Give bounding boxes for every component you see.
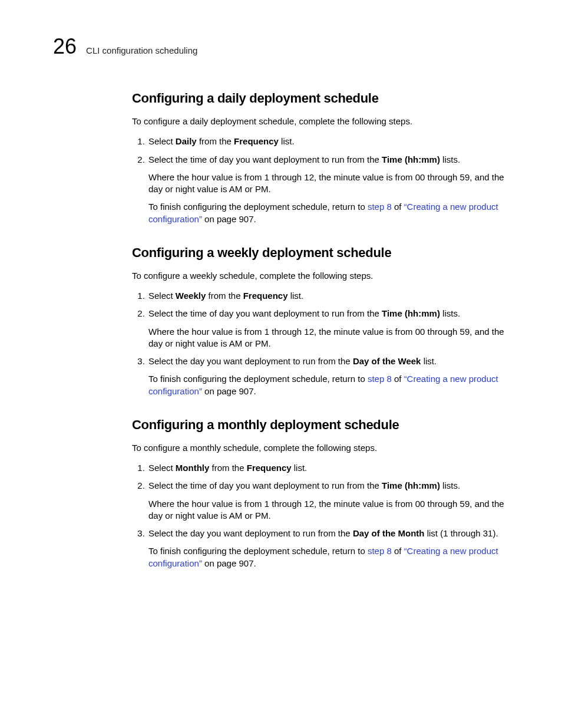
step-item: Select Monthly from the Frequency list. bbox=[147, 462, 509, 474]
step-bold: Frequency bbox=[247, 463, 292, 473]
step-text: from the bbox=[197, 136, 234, 146]
substep-pre: To finish configuring the deployment sch… bbox=[148, 202, 368, 212]
step-text: lists. bbox=[440, 480, 460, 490]
step-text: Select bbox=[148, 136, 176, 146]
step-bold: Weekly bbox=[176, 291, 206, 301]
substep-post: on page 907. bbox=[202, 386, 256, 396]
step-text: Select the time of day you want deployme… bbox=[148, 480, 382, 490]
step-text: list (1 through 31). bbox=[425, 528, 498, 538]
step-item: Select Weekly from the Frequency list. bbox=[147, 290, 509, 302]
header-title: CLI configuration scheduling bbox=[86, 45, 197, 55]
step-text: Select the time of day you want deployme… bbox=[148, 154, 382, 164]
step-text: Select bbox=[148, 463, 176, 473]
step-item: Select Daily from the Frequency list. bbox=[147, 136, 509, 147]
section-heading: Configuring a daily deployment schedule bbox=[132, 91, 509, 106]
step-bold: Daily bbox=[176, 136, 197, 146]
substep-text: To finish configuring the deployment sch… bbox=[148, 201, 509, 225]
step-bold: Time (hh:mm) bbox=[382, 308, 440, 318]
xref-link[interactable]: step 8 bbox=[368, 546, 392, 556]
substep-text: To finish configuring the deployment sch… bbox=[148, 545, 509, 569]
step-bold: Monthly bbox=[176, 463, 210, 473]
step-text: Select the day you want deployment to ru… bbox=[148, 356, 353, 366]
step-text: list. bbox=[292, 463, 308, 473]
step-bold: Frequency bbox=[234, 136, 279, 146]
substep-pre: To finish configuring the deployment sch… bbox=[148, 546, 368, 556]
step-bold: Frequency bbox=[243, 291, 288, 301]
page-header: 26 CLI configuration scheduling bbox=[53, 34, 509, 59]
section-intro: To configure a weekly schedule, complete… bbox=[132, 270, 509, 282]
section-daily: Configuring a daily deployment schedule … bbox=[132, 91, 509, 225]
substep-text: To finish configuring the deployment sch… bbox=[148, 373, 509, 397]
step-bold: Day of the Week bbox=[353, 356, 421, 366]
step-bold: Day of the Month bbox=[353, 528, 425, 538]
substep-mid: of bbox=[392, 374, 404, 384]
step-text: list. bbox=[421, 356, 437, 366]
substep-post: on page 907. bbox=[202, 214, 256, 224]
step-list: Select Daily from the Frequency list. Se… bbox=[132, 136, 509, 225]
substep-pre: To finish configuring the deployment sch… bbox=[148, 374, 368, 384]
step-text: Select the time of day you want deployme… bbox=[148, 308, 382, 318]
step-text: from the bbox=[206, 291, 243, 301]
section-intro: To configure a monthly schedule, complet… bbox=[132, 442, 509, 454]
section-weekly: Configuring a weekly deployment schedule… bbox=[132, 245, 509, 397]
step-item: Select the day you want deployment to ru… bbox=[147, 528, 509, 569]
page: 26 CLI configuration scheduling Configur… bbox=[0, 0, 562, 625]
step-text: list. bbox=[288, 291, 304, 301]
step-item: Select the time of day you want deployme… bbox=[147, 480, 509, 522]
step-bold: Time (hh:mm) bbox=[382, 480, 440, 490]
step-text: lists. bbox=[440, 308, 460, 318]
step-list: Select Monthly from the Frequency list. … bbox=[132, 462, 509, 569]
substep-mid: of bbox=[392, 202, 404, 212]
substep-text: Where the hour value is from 1 through 1… bbox=[148, 498, 509, 522]
step-text: Select bbox=[148, 291, 176, 301]
substep-post: on page 907. bbox=[202, 558, 256, 568]
step-bold: Time (hh:mm) bbox=[382, 154, 440, 164]
xref-link[interactable]: step 8 bbox=[368, 374, 392, 384]
section-heading: Configuring a monthly deployment schedul… bbox=[132, 417, 509, 433]
step-text: list. bbox=[279, 136, 295, 146]
content: Configuring a daily deployment schedule … bbox=[132, 91, 509, 569]
xref-link[interactable]: step 8 bbox=[368, 202, 392, 212]
step-text: lists. bbox=[440, 154, 460, 164]
step-item: Select the time of day you want deployme… bbox=[147, 308, 509, 350]
substep-text: Where the hour value is from 1 through 1… bbox=[148, 326, 509, 350]
step-text: from the bbox=[209, 463, 246, 473]
step-item: Select the time of day you want deployme… bbox=[147, 154, 509, 225]
substep-mid: of bbox=[392, 546, 404, 556]
step-text: Select the day you want deployment to ru… bbox=[148, 528, 353, 538]
substep-text: Where the hour value is from 1 through 1… bbox=[148, 172, 509, 196]
chapter-number: 26 bbox=[53, 34, 77, 59]
section-monthly: Configuring a monthly deployment schedul… bbox=[132, 417, 509, 569]
step-list: Select Weekly from the Frequency list. S… bbox=[132, 290, 509, 397]
section-intro: To configure a daily deployment schedule… bbox=[132, 116, 509, 127]
section-heading: Configuring a weekly deployment schedule bbox=[132, 245, 509, 261]
step-item: Select the day you want deployment to ru… bbox=[147, 355, 509, 397]
